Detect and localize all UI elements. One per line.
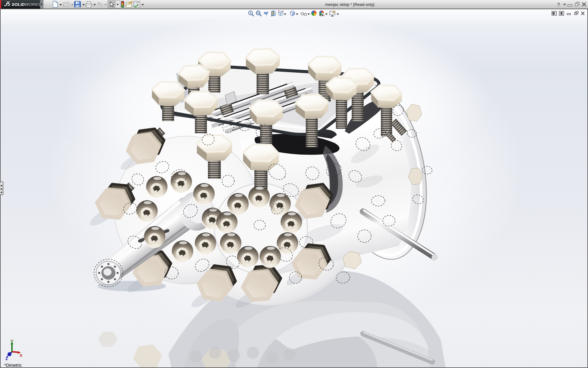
svg-text:SOLIDWORKS: SOLIDWORKS [12, 2, 41, 7]
svg-text:?: ? [557, 2, 560, 7]
svg-text:*Dimetric: *Dimetric [4, 363, 22, 368]
svg-text:menjac sklop * [Read-only]: menjac sklop * [Read-only] [325, 2, 375, 7]
